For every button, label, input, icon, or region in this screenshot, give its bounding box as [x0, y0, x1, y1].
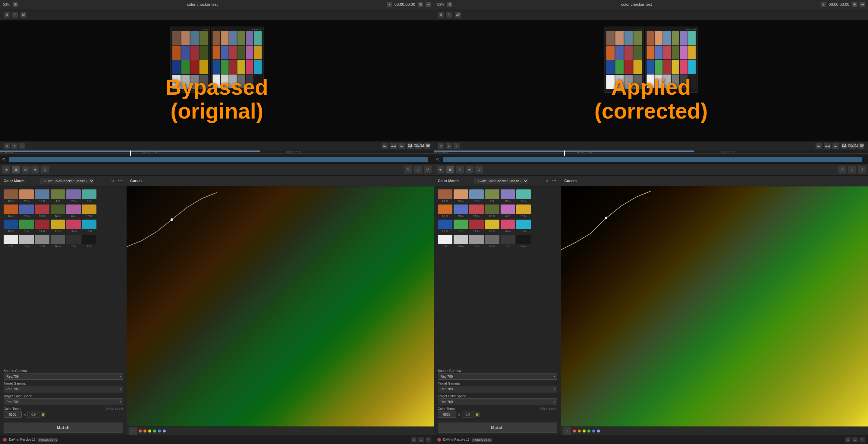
zoom-level-left[interactable]: 53% — [3, 2, 10, 7]
viewer-icon-3-left[interactable]: 🔊 — [21, 12, 27, 18]
rew-btn-right[interactable]: ◀◀ — [824, 143, 831, 149]
cm-swatch-r1-3[interactable] — [469, 189, 484, 199]
curve-dot-yellow-left[interactable] — [148, 430, 151, 433]
match-button-right[interactable]: Match — [438, 422, 557, 433]
cm-temp-input-right[interactable] — [438, 411, 456, 418]
match-button-left[interactable]: Match — [4, 422, 123, 433]
curve-dot-green-right[interactable] — [587, 430, 590, 433]
audio-icon-right[interactable]: ♪ — [454, 143, 460, 149]
snap-icon-right[interactable]: ⋔ — [446, 143, 452, 149]
view-icon-right[interactable]: ⊞ — [438, 143, 444, 149]
tool-btn-clip-right[interactable]: ▷ — [848, 166, 856, 173]
tool-btn-4-right[interactable]: ⊗ — [466, 166, 473, 173]
tool-btn-3-right[interactable]: ◎ — [456, 166, 464, 173]
cm-swatch-r2-1[interactable] — [438, 205, 453, 214]
cm-temp-input-left[interactable] — [4, 411, 22, 418]
bottom-icon-2-left[interactable]: ⊡ — [418, 437, 424, 443]
cm-swatch-l1-6[interactable] — [82, 189, 96, 199]
cm-swatch-r4-1[interactable] — [438, 235, 453, 244]
cm-lock-left[interactable]: 🔒 — [41, 412, 45, 417]
cm-reset-right[interactable]: ↺ — [544, 178, 550, 184]
cm-swatch-r3-2[interactable] — [454, 219, 468, 229]
snap-icon-left[interactable]: ⋔ — [11, 143, 18, 149]
cm-swatch-l3-1[interactable] — [4, 219, 18, 229]
cm-swatch-l4-2[interactable] — [19, 235, 34, 244]
tc-icon-right[interactable]: ⊞ — [852, 2, 857, 7]
cm-swatch-l2-5[interactable] — [66, 205, 81, 214]
viewer-icon-1-right[interactable]: ⊞ — [438, 12, 444, 18]
tool-btn-clip-left[interactable]: ▷ — [414, 166, 422, 173]
rew-btn-left[interactable]: ◀◀ — [390, 143, 397, 149]
tool-btn-edit-right[interactable]: ✎ — [838, 166, 846, 173]
more-left[interactable]: ••• — [426, 2, 431, 7]
cm-target-gamma-select-left[interactable]: Rec.709 — [4, 386, 123, 392]
cm-swatch-l4-1[interactable] — [4, 235, 18, 244]
cm-preset-select-left[interactable]: X-Rite ColorChecker Classic - Legacy — [40, 178, 94, 184]
cm-white-input-right[interactable] — [462, 411, 474, 418]
cm-swatch-l3-2[interactable] — [19, 219, 34, 229]
cm-swatch-r4-4[interactable] — [485, 235, 499, 244]
tool-btn-2-left[interactable]: ⊞ — [12, 166, 20, 173]
cm-target-cs-select-right[interactable]: Rec.709 — [438, 398, 557, 405]
more-right[interactable]: ••• — [860, 2, 865, 7]
v1-clip-right[interactable] — [443, 157, 862, 162]
curve-dot-blue-right[interactable] — [592, 430, 595, 433]
cm-swatch-r1-2[interactable] — [454, 189, 468, 199]
tool-btn-2-right[interactable]: ⊞ — [446, 166, 454, 173]
curve-dot-purple-right[interactable] — [597, 430, 600, 433]
tool-btn-5-right[interactable]: ⊡ — [475, 166, 483, 173]
prev-btn-left[interactable]: ⏮ — [381, 143, 388, 149]
viewer-icon-3-right[interactable]: 🔊 — [455, 12, 461, 18]
cm-swatch-l4-6[interactable] — [82, 235, 96, 244]
timeline-left[interactable]: 01:00:00:00 01:00:01:14 01:00:02:02 — [0, 150, 434, 156]
zoom-control-left[interactable]: ⊞ — [13, 2, 18, 7]
cm-swatch-l1-4[interactable] — [51, 189, 65, 199]
cm-swatch-l2-3[interactable] — [35, 205, 50, 214]
tool-btn-1-right[interactable]: ⊕ — [437, 166, 444, 173]
viewer-icon-2-left[interactable]: ↖ — [12, 12, 18, 18]
audio-icon-left[interactable]: ♪ — [19, 143, 25, 149]
bottom-icon-1-left[interactable]: ⊞ — [411, 437, 416, 443]
tc-icon-left[interactable]: ⊞ — [418, 2, 423, 7]
curve-dot-green-left[interactable] — [153, 430, 156, 433]
play-btn-right[interactable]: ▶ — [832, 143, 839, 149]
cm-swatch-l3-3[interactable] — [35, 219, 50, 229]
cm-swatch-r4-5[interactable] — [501, 235, 515, 244]
zoom-control-right[interactable]: ⊞ — [447, 2, 453, 7]
cm-swatch-r4-6[interactable] — [516, 235, 531, 244]
cm-swatch-l2-1[interactable] — [4, 205, 18, 214]
cm-swatch-l3-6[interactable] — [82, 219, 96, 229]
curves-picker-right[interactable]: ✦ — [563, 427, 571, 435]
cm-preset-select-right[interactable]: X-Rite ColorChecker Classic - Legacy — [474, 178, 528, 184]
cm-more-right[interactable]: ••• — [551, 178, 557, 184]
cm-swatch-r4-2[interactable] — [454, 235, 468, 244]
tool-btn-undo-left[interactable]: ↺ — [424, 166, 432, 173]
dropdown-left[interactable]: ▾ — [387, 2, 392, 7]
cm-swatch-r2-6[interactable] — [516, 205, 531, 214]
cm-swatch-r1-1[interactable] — [438, 189, 453, 199]
prev-btn-right[interactable]: ⏮ — [815, 143, 822, 149]
curve-dot-red-left[interactable] — [138, 430, 142, 433]
cm-swatch-r1-6[interactable] — [516, 189, 531, 199]
curve-dot-yellow-right[interactable] — [583, 430, 586, 433]
cm-white-input-left[interactable] — [27, 411, 39, 418]
tool-btn-undo-right[interactable]: ↺ — [858, 166, 866, 173]
cm-swatch-r2-3[interactable] — [469, 205, 484, 214]
cm-swatch-l4-4[interactable] — [51, 235, 65, 244]
cm-reset-left[interactable]: ↺ — [110, 178, 116, 184]
cm-source-gamma-select-left[interactable]: Rec.709 — [4, 373, 123, 380]
cm-swatch-r3-6[interactable] — [516, 219, 531, 229]
bottom-icon-2-right[interactable]: ⊡ — [852, 437, 858, 443]
cm-swatch-l4-5[interactable] — [66, 235, 81, 244]
cm-swatch-r3-1[interactable] — [438, 219, 453, 229]
cm-swatch-r1-5[interactable] — [501, 189, 515, 199]
cm-lock-right[interactable]: 🔒 — [475, 412, 480, 417]
bottom-icon-3-right[interactable]: ✎ — [860, 437, 865, 443]
play-btn-left[interactable]: ▶ — [398, 143, 405, 149]
zoom-level-right[interactable]: 53% — [437, 2, 444, 7]
curves-content-right[interactable] — [561, 186, 868, 426]
cm-swatch-r2-4[interactable] — [485, 205, 499, 214]
bottom-icon-1-right[interactable]: ⊞ — [845, 437, 850, 443]
view-icon-left[interactable]: ⊞ — [4, 143, 10, 149]
cm-swatch-l2-6[interactable] — [82, 205, 96, 214]
